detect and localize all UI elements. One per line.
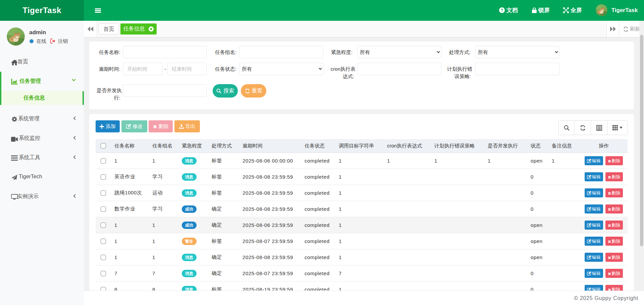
svg-text:?: ? xyxy=(501,8,503,13)
